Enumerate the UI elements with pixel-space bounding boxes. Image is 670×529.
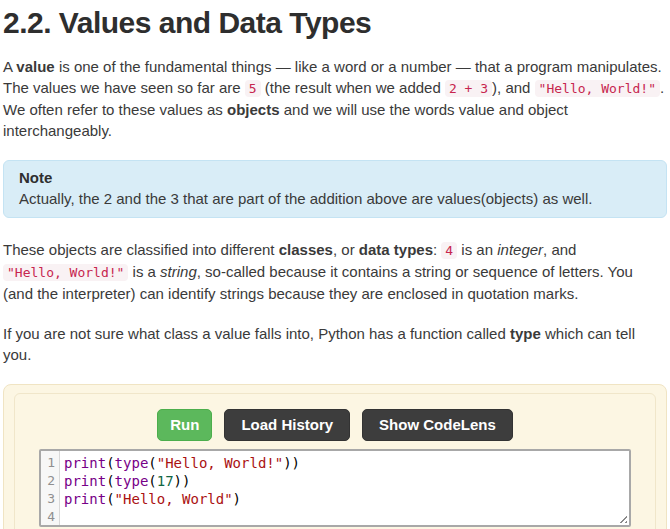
text-segment: classes	[279, 241, 333, 258]
code-token-plain: ))	[174, 473, 191, 489]
code-line[interactable]: print(type("Hello, World!"))	[64, 454, 629, 472]
text-segment: is a	[128, 263, 160, 280]
code-token-plain: ))	[283, 455, 300, 471]
inline-code: 2 + 3	[445, 80, 492, 97]
code-token-builtin: print	[64, 491, 106, 507]
text-segment: (the result when we added	[261, 79, 445, 96]
note-body: Actually, the 2 and the 3 that are part …	[19, 188, 651, 209]
code-line[interactable]	[64, 508, 629, 526]
text-segment: data types	[359, 241, 433, 258]
inline-code: 5	[245, 80, 261, 97]
text-segment: objects	[227, 101, 280, 118]
code-token-plain: (	[148, 455, 156, 471]
activecode-panel: Run Load History Show CodeLens 1234 prin…	[14, 393, 656, 529]
code-token-builtin: print	[64, 455, 106, 471]
paragraph-classes-datatypes: These objects are classified into differ…	[3, 239, 667, 304]
code-token-number: 17	[157, 473, 174, 489]
code-token-string: "Hello, World!"	[157, 455, 283, 471]
load-history-button[interactable]: Load History	[224, 409, 350, 441]
text-segment: A	[3, 58, 16, 75]
inline-code: "Hello, World!"	[3, 264, 128, 281]
textbook-page: 2.2. Values and Data Types A value is on…	[0, 0, 670, 529]
line-number: 3	[45, 490, 55, 508]
text-segment: , or	[333, 241, 359, 258]
run-button[interactable]: Run	[157, 409, 212, 441]
code-editor[interactable]: 1234 print(type("Hello, World!"))print(t…	[39, 449, 631, 527]
code-token-plain: (	[106, 473, 114, 489]
code-line[interactable]: print("Hello, World")	[64, 490, 629, 508]
text-segment: integer	[497, 241, 543, 258]
code-token-plain: (	[106, 455, 114, 471]
code-area[interactable]: print(type("Hello, World!"))print(type(1…	[60, 451, 629, 525]
show-codelens-button[interactable]: Show CodeLens	[362, 409, 513, 441]
activecode-container: Run Load History Show CodeLens 1234 prin…	[3, 384, 667, 529]
line-number: 4	[45, 508, 55, 526]
text-segment: ), and	[492, 79, 535, 96]
code-token-string: "Hello, World"	[115, 491, 233, 507]
note-admonition: Note Actually, the 2 and the 3 that are …	[3, 160, 667, 218]
line-number: 2	[45, 472, 55, 490]
note-title: Note	[19, 168, 651, 188]
paragraph-type-function: If you are not sure what class a value f…	[3, 323, 667, 365]
line-number: 1	[45, 454, 55, 472]
code-token-builtin: type	[115, 455, 149, 471]
code-token-builtin: print	[64, 473, 106, 489]
text-segment: string	[160, 263, 197, 280]
text-segment: These objects are classified into differ…	[3, 241, 279, 258]
activecode-toolbar: Run Load History Show CodeLens	[39, 409, 631, 441]
text-segment: value	[16, 58, 54, 75]
line-number-gutter: 1234	[41, 451, 60, 525]
code-line[interactable]: print(type(17))	[64, 472, 629, 490]
inline-code: "Hello, World!"	[535, 80, 660, 97]
paragraph-values-intro: A value is one of the fundamental things…	[3, 56, 667, 141]
code-token-plain: (	[148, 473, 156, 489]
text-segment: type	[510, 325, 541, 342]
code-token-builtin: type	[115, 473, 149, 489]
code-token-plain: (	[106, 491, 114, 507]
text-segment: If you are not sure what class a value f…	[3, 325, 510, 342]
code-token-plain: )	[233, 491, 241, 507]
page-title: 2.2. Values and Data Types	[3, 6, 667, 40]
text-segment: , and	[543, 241, 576, 258]
text-segment: is an	[457, 241, 497, 258]
inline-code: 4	[441, 242, 457, 259]
